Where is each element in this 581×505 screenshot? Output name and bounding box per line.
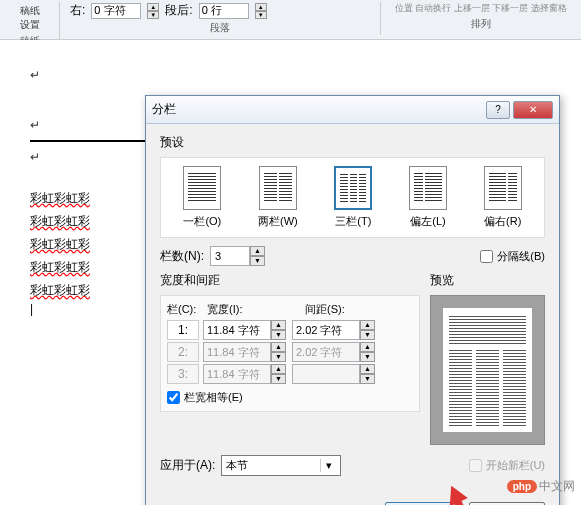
- para-mark-1: ↵: [30, 68, 551, 82]
- col-count-input[interactable]: [210, 246, 250, 266]
- dialog-title: 分栏: [152, 101, 483, 118]
- col-header: 栏(C):: [167, 302, 207, 317]
- row2-width-spinner: ▲▼: [271, 342, 286, 362]
- width-gap-label: 宽度和间距: [160, 272, 420, 289]
- paragraph-group-label: 段落: [70, 21, 370, 35]
- dialog-titlebar[interactable]: 分栏 ? ✕: [146, 96, 559, 124]
- indent-right-input[interactable]: [91, 3, 141, 19]
- equal-width-checkbox[interactable]: [167, 391, 180, 404]
- chevron-down-icon: ▾: [320, 459, 336, 472]
- columns-dialog: 分栏 ? ✕ 预设 一栏(O) 两栏(W) 三栏(T) 偏左(L): [145, 95, 560, 505]
- close-button[interactable]: ✕: [513, 101, 553, 119]
- row1-gap[interactable]: [292, 320, 360, 340]
- watermark: php 中文网: [507, 478, 575, 495]
- red-text-5[interactable]: 彩虹彩虹彩: [30, 282, 90, 299]
- spacing-after-label: 段后:: [165, 2, 192, 19]
- preset-one[interactable]: 一栏(O): [179, 162, 225, 233]
- preview-label: 预览: [430, 272, 545, 289]
- row3-gap: [292, 364, 360, 384]
- preset-section-label: 预设: [160, 134, 545, 151]
- preview-area: [430, 295, 545, 445]
- ribbon: 稿纸 设置 稿纸 右: ▲▼ 段后: ▲▼ 段落 位置 自动换行 上移一层 下移…: [0, 0, 581, 40]
- preset-two[interactable]: 两栏(W): [254, 162, 302, 233]
- preset-right[interactable]: 偏右(R): [480, 162, 526, 233]
- red-text-1[interactable]: 彩虹彩虹彩: [30, 190, 90, 207]
- width-gap-section: 栏(C): 宽度(I): 间距(S): 1: ▲▼ ▲▼ 2: ▲: [160, 295, 420, 412]
- red-text-4[interactable]: 彩虹彩虹彩: [30, 259, 90, 276]
- row2-gap-spinner: ▲▼: [360, 342, 375, 362]
- row2-num: 2:: [167, 342, 199, 362]
- watermark-logo: php: [507, 480, 537, 493]
- apply-to-select[interactable]: 本节 ▾: [221, 455, 341, 476]
- red-text-3[interactable]: 彩虹彩虹彩: [30, 236, 90, 253]
- col-count-label: 栏数(N):: [160, 248, 204, 265]
- draft-label-1[interactable]: 稿纸: [20, 4, 40, 18]
- row2-width: [203, 342, 271, 362]
- arrange-group-label: 排列: [471, 17, 491, 31]
- row3-width: [203, 364, 271, 384]
- preset-left[interactable]: 偏左(L): [405, 162, 451, 233]
- row3-num: 3:: [167, 364, 199, 384]
- arrange-items[interactable]: 位置 自动换行 上移一层 下移一层 选择窗格: [395, 2, 567, 15]
- row3-gap-spinner: ▲▼: [360, 364, 375, 384]
- indent-right-spinner[interactable]: ▲▼: [147, 3, 159, 19]
- apply-to-label: 应用于(A):: [160, 457, 215, 474]
- row3-width-spinner: ▲▼: [271, 364, 286, 384]
- divider-checkbox-row[interactable]: 分隔线(B): [480, 249, 545, 264]
- col-count-spinner[interactable]: ▲▼: [250, 246, 265, 266]
- new-col-checkbox: [469, 459, 482, 472]
- draft-label-2[interactable]: 设置: [20, 18, 40, 32]
- row2-gap: [292, 342, 360, 362]
- presets-row: 一栏(O) 两栏(W) 三栏(T) 偏左(L) 偏右(R): [160, 157, 545, 238]
- indent-right-label: 右:: [70, 2, 85, 19]
- equal-width-row[interactable]: 栏宽相等(E): [167, 390, 413, 405]
- width-header: 宽度(I):: [207, 302, 305, 317]
- divider-checkbox[interactable]: [480, 250, 493, 263]
- ribbon-paragraph-group: 右: ▲▼ 段后: ▲▼ 段落: [60, 2, 381, 35]
- spacing-after-input[interactable]: [199, 3, 249, 19]
- new-col-row: 开始新栏(U): [469, 458, 545, 473]
- row1-num: 1:: [167, 320, 199, 340]
- gap-header: 间距(S):: [305, 302, 345, 317]
- row1-gap-spinner[interactable]: ▲▼: [360, 320, 375, 340]
- ribbon-arrange-group: 位置 自动换行 上移一层 下移一层 选择窗格 排列: [381, 2, 581, 31]
- help-button[interactable]: ?: [486, 101, 510, 119]
- preset-three[interactable]: 三栏(T): [330, 162, 376, 233]
- row1-width-spinner[interactable]: ▲▼: [271, 320, 286, 340]
- watermark-text: 中文网: [539, 478, 575, 495]
- red-text-2[interactable]: 彩虹彩虹彩: [30, 213, 90, 230]
- row1-width[interactable]: [203, 320, 271, 340]
- spacing-after-spinner[interactable]: ▲▼: [255, 3, 267, 19]
